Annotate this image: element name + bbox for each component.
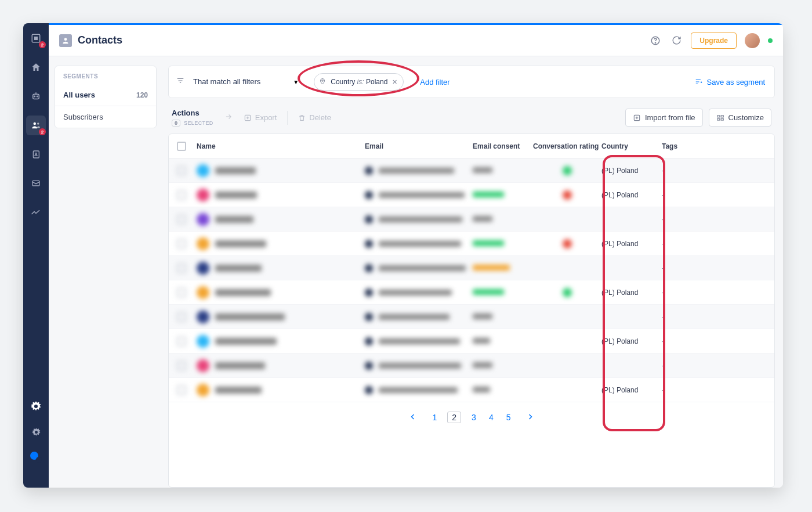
page-number[interactable]: 5 bbox=[504, 412, 513, 423]
chip-close-icon[interactable]: ✕ bbox=[392, 78, 397, 86]
table-row[interactable]: (PL) Poland - bbox=[169, 378, 774, 402]
nav-settings[interactable] bbox=[29, 399, 43, 413]
table-row[interactable]: (PL) Poland - bbox=[169, 232, 774, 256]
delete-button[interactable]: Delete bbox=[298, 113, 331, 122]
page-number[interactable]: 3 bbox=[469, 412, 478, 423]
col-rating[interactable]: Conversation rating bbox=[533, 142, 601, 150]
import-button[interactable]: Import from file bbox=[625, 109, 703, 127]
svg-point-9 bbox=[35, 153, 37, 154]
nav-inbox[interactable]: 2 bbox=[29, 31, 43, 45]
row-checkbox[interactable] bbox=[177, 337, 186, 346]
user-name bbox=[215, 313, 285, 320]
user-avatar bbox=[197, 237, 209, 250]
svg-point-11 bbox=[64, 38, 67, 41]
tags-value: - bbox=[662, 337, 697, 345]
nav-bot[interactable] bbox=[29, 89, 43, 103]
user-avatar bbox=[197, 359, 209, 372]
segment-label: Subscribers bbox=[63, 113, 103, 121]
export-button[interactable]: Export bbox=[244, 113, 277, 122]
consent-value bbox=[473, 289, 504, 295]
nav-home[interactable] bbox=[29, 60, 43, 74]
save-segment-button[interactable]: Save as segment bbox=[694, 78, 765, 86]
segments-header: SEGMENTS bbox=[55, 66, 156, 84]
row-checkbox[interactable] bbox=[177, 361, 186, 370]
row-checkbox[interactable] bbox=[177, 385, 186, 395]
row-checkbox[interactable] bbox=[177, 166, 186, 175]
refresh-icon[interactable] bbox=[670, 34, 683, 47]
nav-address-book[interactable] bbox=[29, 147, 43, 161]
page-number[interactable]: 2 bbox=[447, 412, 461, 423]
filter-match-dropdown[interactable]: That match all filters bbox=[193, 77, 260, 86]
page-prev[interactable] bbox=[407, 412, 419, 423]
col-tags[interactable]: Tags bbox=[662, 142, 697, 150]
row-checkbox[interactable] bbox=[177, 239, 186, 248]
table-row[interactable]: (PL) Poland - bbox=[169, 158, 774, 183]
table-row[interactable]: (PL) Poland - bbox=[169, 280, 774, 305]
row-checkbox[interactable] bbox=[177, 264, 186, 273]
row-checkbox[interactable] bbox=[177, 288, 186, 297]
rating-indicator bbox=[563, 288, 572, 297]
actions-bar: Actions 0 SELECTED Export bbox=[168, 109, 775, 127]
svg-point-17 bbox=[322, 80, 324, 81]
segment-subscribers[interactable]: Subscribers bbox=[55, 106, 156, 128]
email-icon bbox=[365, 386, 373, 394]
table-row[interactable]: - bbox=[169, 256, 774, 280]
consent-value bbox=[473, 362, 492, 368]
page-number[interactable]: 1 bbox=[430, 412, 440, 423]
content: That match all filters ▼ Country is: Pol… bbox=[162, 56, 783, 488]
table-row[interactable]: (PL) Poland - bbox=[169, 329, 774, 354]
add-filter-link[interactable]: Add filter bbox=[420, 78, 449, 86]
tags-value: - bbox=[662, 191, 697, 199]
email-icon bbox=[365, 337, 373, 345]
table-row[interactable]: - bbox=[169, 305, 774, 329]
email-text bbox=[379, 387, 458, 393]
svg-point-6 bbox=[34, 122, 37, 125]
nav-sidebar: 2 2 bbox=[23, 23, 49, 488]
export-icon bbox=[244, 114, 252, 122]
table-row[interactable]: (PL) Poland - bbox=[169, 183, 774, 207]
nav-logo[interactable] bbox=[29, 450, 43, 464]
svg-rect-26 bbox=[721, 115, 723, 117]
actions-right: Import from file Customize bbox=[625, 109, 771, 127]
country-value: (PL) Poland bbox=[601, 240, 662, 248]
row-checkbox[interactable] bbox=[177, 215, 186, 224]
email-text bbox=[379, 241, 461, 247]
user-avatar bbox=[197, 286, 209, 299]
email-icon bbox=[365, 289, 373, 297]
user-name bbox=[215, 240, 266, 247]
user-avatar[interactable] bbox=[745, 33, 760, 48]
svg-point-7 bbox=[37, 122, 39, 124]
col-consent[interactable]: Email consent bbox=[473, 142, 533, 150]
upgrade-button[interactable]: Upgrade bbox=[691, 33, 737, 49]
page-next[interactable] bbox=[524, 412, 536, 423]
row-checkbox[interactable] bbox=[177, 190, 186, 200]
tags-value: - bbox=[662, 167, 697, 175]
table-row[interactable]: - bbox=[169, 207, 774, 232]
segment-all-users[interactable]: All users 120 bbox=[55, 84, 156, 106]
contacts-icon bbox=[59, 34, 72, 47]
country-value: (PL) Poland bbox=[601, 167, 662, 175]
filter-chip-country[interactable]: Country is: Poland ✕ bbox=[314, 73, 404, 91]
row-checkbox[interactable] bbox=[177, 312, 186, 322]
nav-analytics[interactable] bbox=[29, 205, 43, 219]
table-row[interactable]: - bbox=[169, 354, 774, 378]
location-pin-icon bbox=[319, 77, 326, 87]
rating-indicator bbox=[563, 166, 572, 175]
customize-label: Customize bbox=[728, 113, 764, 122]
col-country[interactable]: Country bbox=[601, 142, 662, 150]
select-all-checkbox[interactable] bbox=[177, 142, 186, 151]
col-email[interactable]: Email bbox=[365, 142, 473, 150]
logo-icon bbox=[29, 450, 43, 464]
nav-mail[interactable] bbox=[29, 176, 43, 190]
nav-settings-alt[interactable] bbox=[29, 425, 43, 439]
nav-contacts[interactable]: 2 bbox=[29, 118, 43, 132]
user-avatar bbox=[197, 335, 209, 348]
help-icon[interactable] bbox=[649, 34, 662, 47]
col-name[interactable]: Name bbox=[197, 142, 365, 150]
page-number[interactable]: 4 bbox=[487, 412, 496, 423]
svg-rect-27 bbox=[717, 118, 719, 120]
filter-icon[interactable] bbox=[176, 77, 185, 87]
page-title: Contacts bbox=[59, 34, 122, 47]
filter-chip-wrap: Country is: Poland ✕ bbox=[314, 73, 404, 91]
customize-button[interactable]: Customize bbox=[709, 109, 771, 127]
